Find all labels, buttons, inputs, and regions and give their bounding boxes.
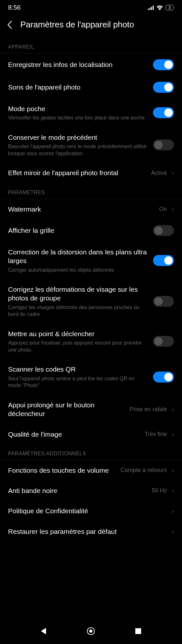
toggle-focus[interactable] <box>153 336 174 347</box>
row-sub: Appuyez pour focaliser, puis appuyez enc… <box>8 339 148 353</box>
row-sub: Corrigez les visages déformés des person… <box>8 304 148 318</box>
row-title: Corrigez les déformations de visage sur … <box>8 285 148 303</box>
section-parametres: PARAMÈTRES <box>0 183 182 199</box>
row-distortion[interactable]: Correction de la distorsion dans les pla… <box>0 242 182 279</box>
row-value: Prise en rafale <box>129 406 167 413</box>
back-icon[interactable] <box>7 20 12 29</box>
row-title: Anti bande noire <box>8 486 147 495</box>
row-sub: Basculez l'appareil photo vers le mode p… <box>8 143 148 157</box>
row-sounds[interactable]: Sons de l'appareil photo <box>0 76 182 99</box>
row-privacy[interactable]: Politique de Confidentialité › <box>0 501 182 521</box>
row-title: Conserver le mode précédent <box>8 133 148 142</box>
row-title: Restaurer les paramètres par défaut <box>8 527 167 536</box>
svg-rect-0 <box>148 9 149 10</box>
toggle-qr[interactable] <box>153 372 174 383</box>
row-value: Compte à rebours <box>120 467 167 474</box>
row-title: Sons de l'appareil photo <box>8 83 148 91</box>
nav-home-icon[interactable] <box>87 627 95 635</box>
signal-icon <box>148 5 154 10</box>
row-title: Politique de Confidentialité <box>8 507 167 515</box>
navigation-bar <box>0 618 182 644</box>
chevron-right-icon: › <box>172 528 174 535</box>
chevron-right-icon: › <box>172 467 174 474</box>
page-header: Paramètres de l'appareil photo <box>0 14 182 38</box>
row-title: Scanner les codes QR <box>8 365 148 374</box>
row-pocket[interactable]: Mode poche Verrouiller les gestes tactil… <box>0 99 182 127</box>
row-title: Correction de la distorsion dans les pla… <box>8 248 148 265</box>
row-sub: Corriger automatiquement les objets défo… <box>8 267 148 274</box>
row-title: Enregistrer les infos de localisation <box>8 60 148 69</box>
toggle-location[interactable] <box>153 59 174 70</box>
battery-icon: 3 <box>165 5 174 10</box>
status-icons: 3 <box>148 5 174 10</box>
wifi-icon <box>156 5 163 10</box>
row-focus[interactable]: Mettre au point & déclencher Appuyez pou… <box>0 324 182 359</box>
chevron-right-icon: › <box>172 431 174 438</box>
row-sub: Verrouiller les gestes tactiles une fois… <box>8 114 148 121</box>
row-title: Afficher la grille <box>8 226 148 235</box>
svg-rect-1 <box>149 8 150 10</box>
page-title: Paramètres de l'appareil photo <box>20 20 134 30</box>
nav-recent-icon[interactable] <box>135 628 141 634</box>
row-restore[interactable]: Restaurer les paramètres par défaut › <box>0 521 182 542</box>
section-additional: PARAMÈTRES ADDITIONNELS <box>0 444 182 460</box>
row-title: Watermark <box>8 205 154 213</box>
row-value: Très fine <box>145 431 167 438</box>
chevron-right-icon: › <box>172 169 174 177</box>
row-grid[interactable]: Afficher la grille <box>0 219 182 242</box>
row-value: 50 Hz <box>152 487 167 494</box>
toggle-preserve[interactable] <box>153 139 174 150</box>
row-qr[interactable]: Scanner les codes QR Seul l'appareil pho… <box>0 359 182 394</box>
row-title: Qualité de l'image <box>8 430 140 439</box>
toggle-distortion[interactable] <box>153 255 174 266</box>
row-face[interactable]: Corrigez les déformations de visage sur … <box>0 279 182 324</box>
svg-rect-3 <box>153 5 154 10</box>
chevron-right-icon: › <box>172 487 174 494</box>
toggle-pocket[interactable] <box>153 107 174 118</box>
row-title: Fonctions des touches de volume <box>8 466 116 475</box>
toggle-sounds[interactable] <box>153 82 174 93</box>
row-watermark[interactable]: Watermark On › <box>0 199 182 219</box>
row-title: Mettre au point & déclencher <box>8 329 148 338</box>
status-bar: 8:56 3 <box>0 0 182 14</box>
row-value: Activé <box>151 170 167 176</box>
row-title: Mode poche <box>8 104 148 113</box>
svg-rect-2 <box>151 7 152 10</box>
row-title: Effet miroir de l'appareil photo frontal <box>8 168 146 177</box>
row-antiband[interactable]: Anti bande noire 50 Hz › <box>0 480 182 501</box>
row-mirror[interactable]: Effet miroir de l'appareil photo frontal… <box>0 163 182 183</box>
chevron-right-icon: › <box>172 406 174 413</box>
row-sub: Seul l'appareil photo arrière à peut lir… <box>8 375 148 389</box>
toggle-grid[interactable] <box>153 225 174 236</box>
row-preserve[interactable]: Conserver le mode précédent Basculez l'a… <box>0 127 182 163</box>
row-title: Appui prolongé sur le bouton déclencheur <box>8 401 125 418</box>
row-quality[interactable]: Qualité de l'image Très fine › <box>0 424 182 444</box>
chevron-right-icon: › <box>172 507 174 515</box>
row-volume[interactable]: Fonctions des touches de volume Compte à… <box>0 460 182 480</box>
row-location[interactable]: Enregistrer les infos de localisation <box>0 53 182 76</box>
chevron-right-icon: › <box>172 205 174 213</box>
toggle-face[interactable] <box>153 296 174 307</box>
nav-back-icon[interactable] <box>41 628 46 634</box>
section-appareil: APPAREIL <box>0 38 182 53</box>
row-shutter[interactable]: Appui prolongé sur le bouton déclencheur… <box>0 395 182 424</box>
row-value: On <box>159 206 167 213</box>
status-time: 8:56 <box>8 4 21 11</box>
